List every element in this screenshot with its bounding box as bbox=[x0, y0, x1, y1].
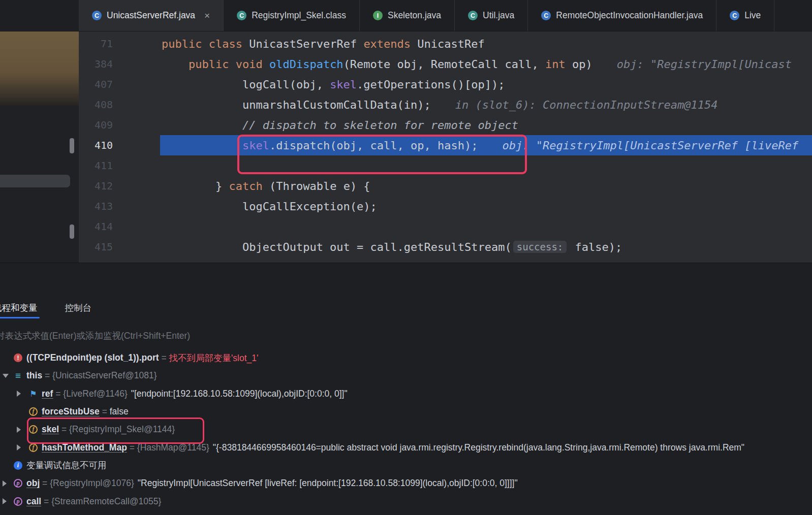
code-area: 71public class UnicastServerRef extends … bbox=[79, 31, 812, 263]
code-line-411: 411 bbox=[79, 155, 812, 176]
field-icon: f bbox=[29, 443, 38, 452]
line-number[interactable]: 412 bbox=[79, 180, 160, 192]
variable-name: forceStubUse bbox=[42, 406, 100, 417]
variable-row-obj[interactable]: pobj = {RegistryImpl@1076}"RegistryImpl[… bbox=[0, 474, 812, 492]
tab-Util.java[interactable]: CUtil.java bbox=[455, 0, 528, 31]
debug-tab-bar: 线程和变量控制台 bbox=[0, 297, 93, 319]
variable-name: hashToMethod_Map bbox=[42, 442, 127, 453]
code-line-413: 413logCallException(e); bbox=[79, 196, 812, 216]
line-number[interactable]: 384 bbox=[79, 58, 160, 70]
tab-Skeleton.java[interactable]: ISkeleton.java bbox=[360, 0, 455, 31]
debug-panel: 线程和变量控制台 对表达式求值(Enter)或添加监视(Ctrl+Shift+E… bbox=[0, 263, 812, 515]
variable-row-((TCPEndpoint)ep (slot_1)).port[interactable]: !((TCPEndpoint)ep (slot_1)).port = 找不到局部… bbox=[0, 349, 812, 367]
variable-row[interactable]: i变量调试信息不可用 bbox=[0, 457, 812, 474]
chevron-right-icon[interactable] bbox=[3, 480, 7, 487]
equals-sign: = bbox=[127, 442, 137, 453]
code-line-content[interactable]: } catch (Throwable e) { bbox=[160, 176, 812, 196]
code-line-content[interactable] bbox=[160, 155, 812, 176]
debugger-inline-hint: in (slot_6): ConnectionInputStream@1154 bbox=[455, 99, 718, 111]
tab-RemoteObjectInvocationHandler.java[interactable]: CRemoteObjectInvocationHandler.java bbox=[528, 0, 716, 31]
primitive-value: false bbox=[110, 406, 129, 417]
info-icon: i bbox=[14, 461, 22, 470]
code-line-content[interactable]: logCall(obj, skel.getOperations()[op]); bbox=[160, 74, 812, 94]
variable-row-skel[interactable]: fskel = {RegistryImpl_Skel@1144} bbox=[0, 421, 812, 438]
chevron-right-icon[interactable] bbox=[17, 391, 21, 397]
equals-sign: = bbox=[159, 352, 169, 363]
debugger-inline-hint: obj: "RegistryImpl[Unicast bbox=[617, 58, 792, 71]
tree-selection-highlight bbox=[0, 175, 70, 187]
this-icon: ≡ bbox=[14, 371, 22, 380]
line-number[interactable]: 413 bbox=[79, 200, 160, 212]
code-line-410: 410skel.dispatch(obj, call, op, hash);ob… bbox=[79, 135, 812, 155]
equals-sign: = bbox=[100, 406, 110, 417]
code-line-71: 71public class UnicastServerRef extends … bbox=[79, 34, 812, 54]
debugger-inline-hint: obj: "RegistryImpl[UnicastServerRef [liv… bbox=[503, 139, 799, 152]
line-number[interactable]: 71 bbox=[79, 38, 160, 50]
code-line-content[interactable]: skel.dispatch(obj, call, op, hash);obj: … bbox=[160, 135, 812, 155]
error-message: 找不到局部变量'slot_1' bbox=[169, 352, 258, 364]
code-line-content[interactable]: unmarshalCustomCallData(in);in (slot_6):… bbox=[160, 94, 812, 115]
code-line-412: 412} catch (Throwable e) { bbox=[79, 176, 812, 196]
tab-label: Live bbox=[744, 10, 761, 21]
variable-row-hashToMethod_Map[interactable]: fhashToMethod_Map = {HashMap@1145}"{-838… bbox=[0, 438, 812, 456]
equals-sign: = bbox=[40, 478, 50, 489]
code-line-content[interactable]: public void oldDispatch(Remote obj, Remo… bbox=[160, 54, 812, 74]
variable-row-forceStubUse[interactable]: fforceStubUse = false bbox=[0, 403, 812, 421]
code-line-content[interactable]: public class UnicastServerRef extends Un… bbox=[160, 34, 812, 54]
variable-row-this[interactable]: ≡this = {UnicastServerRef@1081} bbox=[0, 367, 812, 384]
string-value: "{-8381844669958460146=public abstract v… bbox=[213, 442, 744, 453]
variable-name: call bbox=[26, 496, 41, 507]
tab-RegistryImpl_Skel.class[interactable]: CRegistryImpl_Skel.class bbox=[224, 0, 360, 31]
code-line-content[interactable]: ObjectOutput out = call.getResultStream(… bbox=[160, 237, 812, 257]
code-editor: 71public class UnicastServerRef extends … bbox=[79, 31, 812, 263]
object-reference: {RegistryImpl@1076} bbox=[50, 478, 134, 489]
chevron-down-icon[interactable] bbox=[3, 374, 9, 378]
code-line-408: 408unmarshalCustomCallData(in);in (slot_… bbox=[79, 94, 812, 115]
close-icon[interactable]: × bbox=[204, 11, 210, 20]
debug-tab-线程和变量[interactable]: 线程和变量 bbox=[0, 302, 40, 314]
line-number[interactable]: 414 bbox=[79, 220, 160, 233]
watch-flag-icon: ⚑ bbox=[29, 390, 38, 398]
code-line-407: 407logCall(obj, skel.getOperations()[op]… bbox=[79, 74, 812, 94]
string-value: "[endpoint:[192.168.10.58:1099](local),o… bbox=[131, 389, 348, 399]
line-number[interactable]: 408 bbox=[79, 99, 160, 111]
line-number[interactable]: 411 bbox=[79, 159, 160, 172]
scrollbar-thumb[interactable] bbox=[70, 224, 74, 239]
tab-UnicastServerRef.java[interactable]: CUnicastServerRef.java× bbox=[79, 0, 224, 31]
variable-row-call[interactable]: pcall = {StreamRemoteCall@1055} bbox=[0, 492, 812, 510]
tab-Live[interactable]: CLive bbox=[716, 0, 774, 31]
tab-label: Skeleton.java bbox=[388, 10, 441, 21]
scrollbar-thumb[interactable] bbox=[70, 138, 74, 153]
line-number[interactable]: 407 bbox=[79, 78, 160, 90]
tab-label: RemoteObjectInvocationHandler.java bbox=[556, 10, 703, 21]
object-reference: {HashMap@1145} bbox=[137, 442, 209, 453]
object-reference: {RegistryImpl_Skel@1144} bbox=[69, 424, 175, 435]
class-icon: C bbox=[730, 11, 739, 20]
code-line-415: 415ObjectOutput out = call.getResultStre… bbox=[79, 237, 812, 257]
variable-row-ref[interactable]: ⚑ref = {LiveRef@1146}"[endpoint:[192.168… bbox=[0, 385, 812, 403]
line-number[interactable]: 410 bbox=[79, 139, 160, 151]
chevron-right-icon[interactable] bbox=[17, 427, 21, 433]
field-icon: f bbox=[29, 425, 38, 434]
variable-name: obj bbox=[26, 478, 40, 489]
evaluate-expression-input[interactable]: 对表达式求值(Enter)或添加监视(Ctrl+Shift+Enter) bbox=[0, 328, 812, 343]
left-panel bbox=[0, 31, 79, 263]
code-line-414: 414 bbox=[79, 216, 812, 237]
equals-sign: = bbox=[53, 389, 63, 399]
chevron-right-icon[interactable] bbox=[17, 444, 21, 450]
line-number[interactable]: 409 bbox=[79, 119, 160, 131]
tab-label: Util.java bbox=[483, 10, 514, 21]
field-icon: f bbox=[29, 407, 38, 416]
code-line-content[interactable]: // dispatch to skeleton for remote objec… bbox=[160, 115, 812, 135]
code-line-content[interactable]: logCallException(e); bbox=[160, 196, 812, 216]
code-line-384: 384public void oldDispatch(Remote obj, R… bbox=[79, 54, 812, 74]
class-icon: C bbox=[92, 11, 102, 20]
object-reference: {LiveRef@1146} bbox=[63, 389, 127, 399]
line-number[interactable]: 415 bbox=[79, 241, 160, 253]
tab-label: UnicastServerRef.java bbox=[107, 10, 195, 21]
chevron-right-icon[interactable] bbox=[3, 498, 7, 504]
object-reference: {UnicastServerRef@1081} bbox=[52, 370, 157, 381]
debug-tab-控制台[interactable]: 控制台 bbox=[63, 302, 94, 314]
equals-sign: = bbox=[41, 496, 51, 507]
code-line-content[interactable] bbox=[160, 216, 812, 237]
